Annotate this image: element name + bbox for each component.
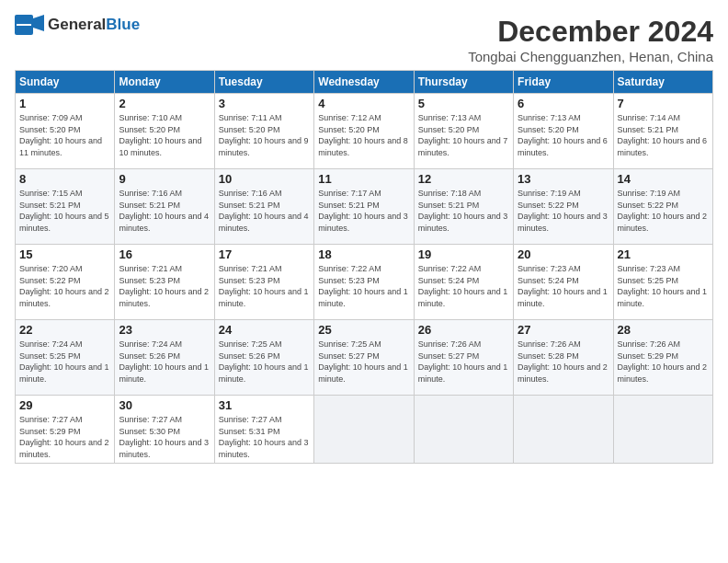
table-row: 1Sunrise: 7:09 AMSunset: 5:20 PMDaylight… — [16, 94, 115, 169]
col-saturday: Saturday — [613, 71, 712, 94]
table-row: 2Sunrise: 7:10 AMSunset: 5:20 PMDaylight… — [115, 94, 214, 169]
col-sunday: Sunday — [16, 71, 115, 94]
table-row: 8Sunrise: 7:15 AMSunset: 5:21 PMDaylight… — [16, 169, 115, 245]
table-row: 18Sunrise: 7:22 AMSunset: 5:23 PMDayligh… — [314, 245, 414, 320]
col-wednesday: Wednesday — [314, 71, 414, 94]
title-block: December 2024 Tongbai Chengguanzhen, Hen… — [468, 15, 713, 64]
table-row: 27Sunrise: 7:26 AMSunset: 5:28 PMDayligh… — [514, 320, 613, 396]
table-row: 3Sunrise: 7:11 AMSunset: 5:20 PMDaylight… — [214, 94, 313, 169]
table-row: 21Sunrise: 7:23 AMSunset: 5:25 PMDayligh… — [613, 245, 712, 320]
table-row — [514, 396, 613, 464]
logo-icon — [15, 15, 44, 35]
page-container: GeneralBlue December 2024 Tongbai Chengg… — [0, 0, 728, 471]
table-row: 16Sunrise: 7:21 AMSunset: 5:23 PMDayligh… — [115, 245, 214, 320]
logo-general-text: General — [48, 16, 106, 33]
month-title: December 2024 — [468, 15, 713, 49]
table-row: 17Sunrise: 7:21 AMSunset: 5:23 PMDayligh… — [214, 245, 313, 320]
table-row: 20Sunrise: 7:23 AMSunset: 5:24 PMDayligh… — [514, 245, 613, 320]
table-row: 24Sunrise: 7:25 AMSunset: 5:26 PMDayligh… — [214, 320, 313, 396]
col-thursday: Thursday — [414, 71, 513, 94]
table-row: 28Sunrise: 7:26 AMSunset: 5:29 PMDayligh… — [613, 320, 712, 396]
table-row: 5Sunrise: 7:13 AMSunset: 5:20 PMDaylight… — [414, 94, 513, 169]
table-row: 23Sunrise: 7:24 AMSunset: 5:26 PMDayligh… — [115, 320, 214, 396]
col-monday: Monday — [115, 71, 214, 94]
table-row — [314, 396, 414, 464]
table-row: 25Sunrise: 7:25 AMSunset: 5:27 PMDayligh… — [314, 320, 414, 396]
table-row — [414, 396, 513, 464]
logo-blue-text: Blue — [106, 16, 140, 33]
table-row: 13Sunrise: 7:19 AMSunset: 5:22 PMDayligh… — [514, 169, 613, 245]
table-row: 26Sunrise: 7:26 AMSunset: 5:27 PMDayligh… — [414, 320, 513, 396]
svg-marker-1 — [33, 15, 44, 31]
table-row: 6Sunrise: 7:13 AMSunset: 5:20 PMDaylight… — [514, 94, 613, 169]
table-row: 11Sunrise: 7:17 AMSunset: 5:21 PMDayligh… — [314, 169, 414, 245]
calendar-table: Sunday Monday Tuesday Wednesday Thursday… — [15, 70, 713, 464]
table-row: 19Sunrise: 7:22 AMSunset: 5:24 PMDayligh… — [414, 245, 513, 320]
table-row: 4Sunrise: 7:12 AMSunset: 5:20 PMDaylight… — [314, 94, 414, 169]
page-header: GeneralBlue December 2024 Tongbai Chengg… — [15, 15, 713, 64]
table-row: 12Sunrise: 7:18 AMSunset: 5:21 PMDayligh… — [414, 169, 513, 245]
table-row: 14Sunrise: 7:19 AMSunset: 5:22 PMDayligh… — [613, 169, 712, 245]
col-friday: Friday — [514, 71, 613, 94]
table-row: 22Sunrise: 7:24 AMSunset: 5:25 PMDayligh… — [16, 320, 115, 396]
table-row: 31Sunrise: 7:27 AMSunset: 5:31 PMDayligh… — [214, 396, 313, 464]
table-row: 10Sunrise: 7:16 AMSunset: 5:21 PMDayligh… — [214, 169, 313, 245]
calendar-header-row: Sunday Monday Tuesday Wednesday Thursday… — [16, 71, 713, 94]
table-row — [613, 396, 712, 464]
logo: GeneralBlue — [15, 15, 140, 35]
location-title: Tongbai Chengguanzhen, Henan, China — [468, 49, 713, 64]
table-row: 7Sunrise: 7:14 AMSunset: 5:21 PMDaylight… — [613, 94, 712, 169]
table-row: 9Sunrise: 7:16 AMSunset: 5:21 PMDaylight… — [115, 169, 214, 245]
col-tuesday: Tuesday — [214, 71, 313, 94]
table-row: 29Sunrise: 7:27 AMSunset: 5:29 PMDayligh… — [16, 396, 115, 464]
table-row: 15Sunrise: 7:20 AMSunset: 5:22 PMDayligh… — [16, 245, 115, 320]
table-row: 30Sunrise: 7:27 AMSunset: 5:30 PMDayligh… — [115, 396, 214, 464]
svg-rect-2 — [17, 24, 31, 26]
